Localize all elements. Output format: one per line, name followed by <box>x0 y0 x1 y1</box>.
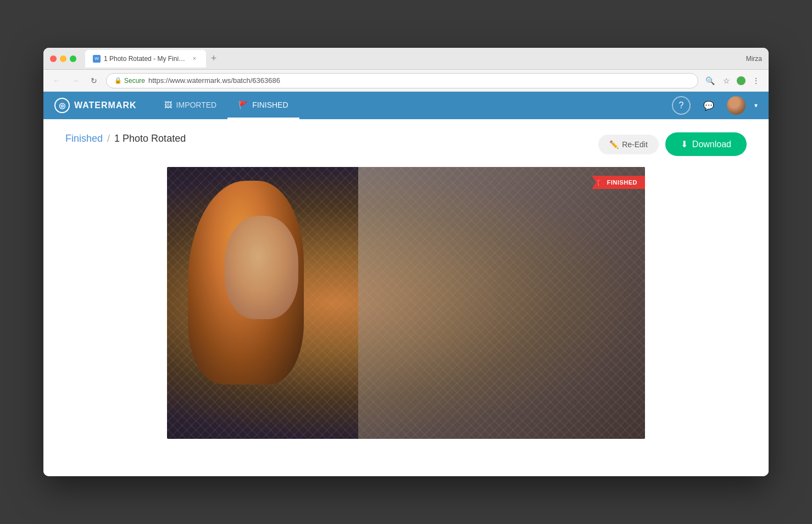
avatar-dropdown-arrow[interactable]: ▾ <box>754 102 758 109</box>
tab-title: 1 Photo Rotated - My Finished <box>104 55 187 63</box>
close-button[interactable] <box>50 55 57 62</box>
action-bar: ✏️ Re-Edit ⬇ Download <box>598 132 747 156</box>
app-logo: ◎ WATERMARK <box>54 98 137 113</box>
tab-bar: W 1 Photo Rotated - My Finished × + <box>85 50 742 68</box>
breadcrumb: Finished / 1 Photo Rotated <box>65 133 186 144</box>
avatar-button[interactable] <box>727 96 746 115</box>
traffic-lights <box>50 55 76 62</box>
menu-icon[interactable]: ⋮ <box>750 75 762 87</box>
breadcrumb-current: 1 Photo Rotated <box>114 133 186 144</box>
help-icon: ? <box>679 101 684 110</box>
nav-right: ? 💬 ▾ <box>672 96 758 115</box>
browser-window: W 1 Photo Rotated - My Finished × + Mirz… <box>43 48 769 476</box>
finished-badge: 🚩 FINISHED <box>592 176 645 189</box>
app-nav: ◎ WATERMARK 🖼 IMPORTED 🚩 FINISHED ? 💬 <box>43 92 769 119</box>
app-name: WATERMARK <box>74 101 137 110</box>
title-bar: W 1 Photo Rotated - My Finished × + Mirz… <box>43 48 769 70</box>
imported-label: IMPORTED <box>176 101 217 109</box>
re-edit-button[interactable]: ✏️ Re-Edit <box>598 135 659 154</box>
address-actions: 🔍 ☆ ⋮ <box>704 75 762 87</box>
photo-container: 🚩 FINISHED <box>167 167 645 439</box>
finished-label: FINISHED <box>252 101 288 109</box>
back-button[interactable]: ← <box>50 74 63 87</box>
logo-icon: ◎ <box>54 98 70 113</box>
search-icon[interactable]: 🔍 <box>704 75 716 87</box>
finished-icon: 🚩 <box>238 101 248 109</box>
chat-button[interactable]: 💬 <box>699 96 718 115</box>
face-element <box>225 216 298 319</box>
tab-close-button[interactable]: × <box>191 55 198 63</box>
url-text: https://www.watermark.ws/batch/6363686 <box>148 76 280 85</box>
reload-button[interactable]: ↻ <box>87 74 101 87</box>
imported-icon: 🖼 <box>164 101 172 109</box>
new-tab-button[interactable]: + <box>206 51 221 66</box>
download-label: Download <box>692 140 731 149</box>
minimize-button[interactable] <box>60 55 66 62</box>
address-bar: ← → ↻ 🔒 Secure https://www.watermark.ws/… <box>43 70 769 92</box>
forward-button[interactable]: → <box>69 74 82 87</box>
photo-background <box>167 167 645 439</box>
breadcrumb-link[interactable]: Finished <box>65 133 103 144</box>
photo-wrapper: 🚩 FINISHED <box>167 167 645 439</box>
nav-tabs: 🖼 IMPORTED 🚩 FINISHED <box>153 92 299 119</box>
chat-icon: 💬 <box>703 101 714 111</box>
avatar-image <box>727 96 746 115</box>
badge-label: FINISHED <box>607 179 637 186</box>
pencil-icon: ✏️ <box>609 140 619 149</box>
breadcrumb-separator: / <box>107 133 110 144</box>
address-input[interactable]: 🔒 Secure https://www.watermark.ws/batch/… <box>106 73 698 88</box>
tab-favicon: W <box>93 55 101 63</box>
help-button[interactable]: ? <box>672 96 691 115</box>
lock-icon: 🔒 <box>114 77 122 84</box>
re-edit-label: Re-Edit <box>622 140 648 149</box>
download-icon: ⬇ <box>681 139 688 149</box>
tab-imported[interactable]: 🖼 IMPORTED <box>153 92 228 119</box>
tab-finished[interactable]: 🚩 FINISHED <box>227 92 299 119</box>
secure-label: Secure <box>124 77 145 85</box>
content-area: Finished / 1 Photo Rotated ✏️ Re-Edit ⬇ … <box>43 119 769 476</box>
download-button[interactable]: ⬇ Download <box>665 132 747 156</box>
secure-badge: 🔒 Secure <box>114 77 145 85</box>
browser-tab[interactable]: W 1 Photo Rotated - My Finished × <box>85 50 206 68</box>
maximize-button[interactable] <box>70 55 76 62</box>
person-silhouette <box>167 167 430 439</box>
bookmark-icon[interactable]: ☆ <box>720 75 732 87</box>
title-bar-user: Mirza <box>746 55 762 63</box>
user-status-dot <box>737 76 746 85</box>
badge-flag-icon: 🚩 <box>597 180 604 186</box>
